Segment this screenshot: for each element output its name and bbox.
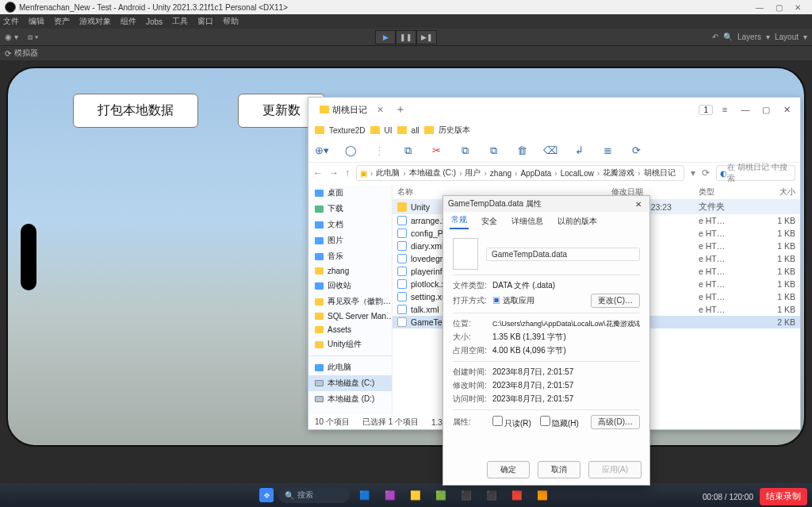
col-type[interactable]: 类型 bbox=[699, 186, 756, 198]
task-icon[interactable]: 🟪 bbox=[380, 486, 400, 505]
task-icon[interactable]: 🟥 bbox=[507, 486, 527, 505]
view-icon[interactable]: ≣ bbox=[600, 144, 615, 158]
play-button[interactable]: ▶ bbox=[375, 30, 396, 44]
tab-close-icon[interactable]: ✕ bbox=[377, 105, 384, 115]
file-size: 1 KB bbox=[756, 241, 795, 251]
game-button-pack[interactable]: 打包本地数据 bbox=[73, 94, 198, 128]
crumb[interactable]: all bbox=[412, 126, 419, 135]
sidebar-item[interactable]: 文档 bbox=[308, 217, 392, 232]
props-close-button[interactable]: ✕ bbox=[632, 200, 645, 209]
explorer-search[interactable]: ◐ 在 胡桃日记 中搜索 bbox=[716, 165, 795, 181]
task-icon[interactable]: 🟦 bbox=[354, 486, 375, 505]
menu-window[interactable]: 窗口 bbox=[197, 16, 213, 27]
address-bar[interactable]: ▣› 此电脑› 本地磁盘 (C:)› 用户› zhang› AppData› L… bbox=[356, 165, 684, 181]
hidden-checkbox[interactable] bbox=[540, 416, 550, 426]
props-titlebar[interactable]: GameTempData.data 属性 ✕ bbox=[443, 196, 649, 212]
new-button[interactable]: ⊕▾ bbox=[315, 144, 329, 158]
folder-icon bbox=[315, 326, 324, 333]
view-mode-icon[interactable]: ≡ bbox=[716, 101, 733, 118]
menu-component[interactable]: 组件 bbox=[121, 16, 136, 27]
cancel-button[interactable]: 取消 bbox=[538, 461, 580, 478]
stop-record-button[interactable]: 结束录制 bbox=[760, 488, 807, 505]
step-button[interactable]: ▶❚ bbox=[416, 30, 437, 44]
filename-field[interactable]: GameTempData.data bbox=[486, 248, 640, 261]
nav-fwd[interactable]: → bbox=[329, 167, 339, 179]
minimize-button[interactable]: — bbox=[750, 3, 769, 12]
rename-icon[interactable]: ⌫ bbox=[543, 144, 557, 158]
sidebar-item[interactable]: 本地磁盘 (D:) bbox=[308, 391, 392, 407]
addr-refresh-icon[interactable]: ⟳ bbox=[702, 167, 710, 179]
sidebar-item[interactable]: 回收站 bbox=[308, 278, 392, 294]
sidebar-item[interactable]: 本地磁盘 (C:) bbox=[308, 375, 392, 391]
scissors-icon[interactable]: ✂ bbox=[429, 144, 443, 158]
windows-taskbar[interactable]: ❖ 🔍搜索 🟦 🟪 🟨 🟩 ⬛ ⬛ 🟥 🟧 bbox=[0, 483, 812, 507]
sidebar-item[interactable]: Unity组件 bbox=[308, 336, 392, 352]
stop-icon[interactable]: ◯ bbox=[343, 144, 358, 158]
refresh-icon[interactable]: ⟳ bbox=[5, 49, 11, 58]
task-icon[interactable]: 🟧 bbox=[532, 486, 553, 505]
created-value: 2023年8月7日, 2:01:57 bbox=[492, 367, 640, 378]
tab-details[interactable]: 详细信息 bbox=[510, 213, 545, 229]
sidebar-item[interactable]: 下载 bbox=[308, 201, 392, 217]
cloud-icon[interactable]: ⧈ ▾ bbox=[28, 33, 38, 42]
share-icon[interactable]: ↲ bbox=[572, 144, 586, 158]
window-close[interactable]: ✕ bbox=[778, 101, 795, 118]
task-icon[interactable]: ⬛ bbox=[481, 486, 502, 505]
tab-previous[interactable]: 以前的版本 bbox=[556, 213, 599, 229]
menu-tools[interactable]: 工具 bbox=[172, 16, 188, 27]
folder-icon bbox=[315, 253, 324, 260]
pause-button[interactable]: ❚❚ bbox=[396, 30, 416, 44]
menu-assets[interactable]: 资产 bbox=[54, 16, 70, 27]
layers-dropdown[interactable]: Layers bbox=[737, 33, 761, 41]
addr-dropdown-icon[interactable]: ▾ bbox=[691, 167, 695, 179]
sidebar-item[interactable]: 此电脑 bbox=[308, 359, 392, 375]
sidebar-item[interactable]: Assets bbox=[308, 323, 392, 336]
apply-button[interactable]: 应用(A) bbox=[588, 461, 642, 478]
tab-general[interactable]: 常规 bbox=[450, 212, 469, 229]
change-app-button[interactable]: 更改(C)… bbox=[591, 294, 640, 308]
menu-gameobject[interactable]: 游戏对象 bbox=[79, 16, 111, 27]
advanced-button[interactable]: 高级(D)… bbox=[591, 415, 640, 429]
taskbar-search[interactable]: 🔍搜索 bbox=[278, 487, 350, 503]
cut-icon[interactable]: ⧉ bbox=[400, 144, 415, 158]
nav-up[interactable]: ↑ bbox=[345, 167, 350, 179]
col-size[interactable]: 大小 bbox=[756, 186, 795, 198]
sidebar-item[interactable]: SQL Server Man… bbox=[308, 309, 392, 323]
undo-history-icon[interactable]: ↶ bbox=[712, 33, 718, 41]
readonly-checkbox[interactable] bbox=[492, 416, 503, 426]
tab-security[interactable]: 安全 bbox=[480, 213, 499, 229]
menu-file[interactable]: 文件 bbox=[3, 16, 19, 27]
maximize-button[interactable]: ▢ bbox=[769, 3, 788, 12]
delete-icon[interactable]: 🗑 bbox=[515, 144, 529, 158]
start-button[interactable]: ❖ bbox=[259, 488, 274, 502]
explorer-tab[interactable]: 胡桃日记 ✕ bbox=[313, 102, 390, 118]
refresh-icon[interactable]: ⟳ bbox=[629, 144, 643, 158]
window-maximize[interactable]: ▢ bbox=[757, 101, 775, 118]
sidebar-item[interactable]: 图片 bbox=[308, 232, 392, 248]
menu-edit[interactable]: 编辑 bbox=[29, 16, 44, 27]
file-name: diary.xml bbox=[411, 241, 443, 251]
ok-button[interactable]: 确定 bbox=[487, 461, 530, 478]
crumb[interactable]: 历史版本 bbox=[439, 125, 470, 136]
new-tab-button[interactable]: ＋ bbox=[395, 102, 406, 117]
sidebar-item[interactable]: zhang bbox=[308, 264, 392, 278]
sidebar-item[interactable]: 桌面 bbox=[308, 185, 392, 201]
nav-back[interactable]: ← bbox=[313, 167, 323, 179]
task-icon[interactable]: 🟩 bbox=[431, 486, 451, 505]
menu-help[interactable]: 帮助 bbox=[223, 16, 239, 27]
simulator-tab[interactable]: 模拟器 bbox=[14, 48, 38, 59]
account-icon[interactable]: ◉ ▾ bbox=[5, 33, 18, 41]
task-icon[interactable]: ⬛ bbox=[456, 486, 477, 505]
sidebar-item[interactable]: 音乐 bbox=[308, 248, 392, 264]
copy-icon[interactable]: ⧉ bbox=[458, 144, 472, 158]
paste-icon[interactable]: ⧉ bbox=[486, 144, 500, 158]
close-button[interactable]: ✕ bbox=[788, 3, 807, 12]
crumb[interactable]: Texture2D bbox=[329, 126, 366, 135]
menu-jobs[interactable]: Jobs bbox=[146, 17, 163, 26]
task-icon[interactable]: 🟨 bbox=[405, 486, 426, 505]
layout-dropdown[interactable]: Layout bbox=[775, 33, 799, 41]
window-minimize[interactable]: — bbox=[737, 101, 754, 118]
sidebar-item[interactable]: 再见双亭（徽韵… bbox=[308, 294, 392, 309]
crumb[interactable]: UI bbox=[385, 126, 393, 135]
search-icon[interactable]: 🔍 bbox=[723, 33, 733, 41]
